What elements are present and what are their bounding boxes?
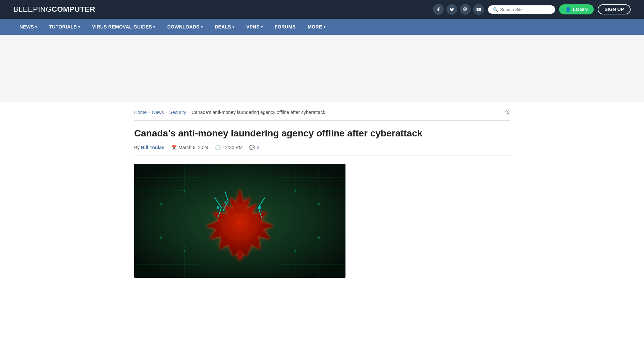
header-right: 🔍 👤 LOGIN SIGN UP [433, 4, 631, 15]
breadcrumb-home[interactable]: Home [134, 110, 147, 115]
article-image [134, 164, 345, 278]
calendar-icon: 📅 [171, 145, 177, 150]
svg-point-25 [294, 190, 296, 192]
author-link[interactable]: Bill Toulas [141, 145, 164, 150]
breadcrumb-news[interactable]: News [152, 110, 164, 115]
article-time: 🕐 12:30 PM [215, 145, 243, 150]
article-title: Canada's anti-money laundering agency of… [134, 127, 510, 139]
breadcrumb-current: Canada's anti-money laundering agency of… [192, 110, 325, 115]
nav-item-downloads[interactable]: DOWNLOADS ▾ [161, 19, 209, 35]
article-meta: By Bill Toulas 📅 March 6, 2024 🕐 12:30 P… [134, 145, 510, 156]
search-input[interactable] [500, 7, 550, 12]
breadcrumb-sep-2: › [166, 110, 167, 115]
main-nav: NEWS ▾ TUTORIALS ▾ VIRUS REMOVAL GUIDES … [0, 19, 644, 35]
breadcrumb-sep-3: › [188, 110, 190, 115]
signup-button[interactable]: SIGN UP [598, 4, 631, 14]
user-icon: 👤 [565, 7, 571, 12]
article-author: By Bill Toulas [134, 145, 164, 150]
search-bar[interactable]: 🔍 [488, 5, 555, 14]
svg-point-41 [224, 201, 226, 203]
print-icon[interactable]: 🖨 [504, 109, 510, 116]
chevron-down-icon: ▾ [35, 25, 37, 29]
nav-item-more[interactable]: MORE ▾ [302, 19, 331, 35]
nav-item-news[interactable]: NEWS ▾ [13, 19, 43, 35]
svg-point-29 [294, 250, 296, 252]
comments-icon: 💬 [249, 145, 255, 150]
article-hero-image [134, 164, 345, 278]
svg-point-40 [259, 206, 261, 209]
chevron-down-icon: ▾ [232, 25, 234, 29]
logo-regular: BLEEPING [13, 5, 52, 13]
article-date: 📅 March 6, 2024 [171, 145, 209, 150]
chevron-down-icon: ▾ [201, 25, 203, 29]
svg-point-23 [160, 203, 162, 205]
svg-point-24 [183, 190, 185, 192]
ad-banner [0, 35, 644, 102]
svg-rect-38 [238, 249, 242, 259]
youtube-icon[interactable] [473, 4, 484, 15]
mastodon-icon[interactable] [460, 4, 471, 15]
login-button[interactable]: 👤 LOGIN [559, 4, 594, 14]
site-header: BLEEPINGCOMPUTER 🔍 👤 LOGIN SIGN UP [0, 0, 644, 19]
svg-point-27 [160, 236, 162, 239]
chevron-down-icon: ▾ [324, 25, 325, 29]
svg-point-39 [217, 206, 219, 209]
breadcrumb-security[interactable]: Security [169, 110, 186, 115]
chevron-down-icon: ▾ [78, 25, 80, 29]
main-content: Home › News › Security › Canada's anti-m… [121, 102, 523, 285]
chevron-down-icon: ▾ [261, 25, 263, 29]
chevron-down-icon: ▾ [153, 25, 155, 29]
facebook-icon[interactable] [433, 4, 444, 15]
twitter-icon[interactable] [446, 4, 457, 15]
breadcrumb-sep-1: › [149, 110, 150, 115]
logo-bold: COMPUTER [52, 5, 95, 13]
nav-item-vpns[interactable]: VPNS ▾ [240, 19, 269, 35]
search-icon: 🔍 [493, 7, 498, 12]
nav-item-deals[interactable]: DEALS ▾ [209, 19, 240, 35]
article-comments[interactable]: 💬 3 [249, 145, 259, 150]
svg-point-30 [317, 236, 320, 239]
nav-item-tutorials[interactable]: TUTORIALS ▾ [43, 19, 86, 35]
svg-point-26 [317, 203, 320, 205]
svg-point-28 [183, 250, 185, 252]
clock-icon: 🕐 [215, 145, 221, 150]
social-icons [433, 4, 484, 15]
nav-item-forums[interactable]: FORUMS [269, 19, 302, 35]
breadcrumb: Home › News › Security › Canada's anti-m… [134, 109, 510, 121]
nav-item-virus-removal[interactable]: VIRUS REMOVAL GUIDES ▾ [86, 19, 161, 35]
site-logo[interactable]: BLEEPINGCOMPUTER [13, 5, 95, 14]
